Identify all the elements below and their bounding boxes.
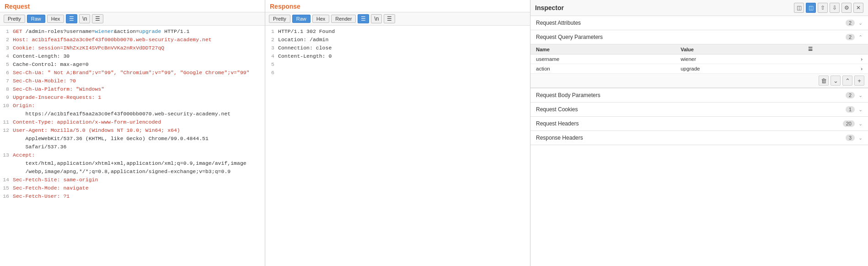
response-hex-btn[interactable]: Hex [312,15,330,23]
line-text: GET /admin-roles?username=wiener&action=… [13,27,190,36]
inspector-expand-btn[interactable]: ⇩ [830,3,840,13]
query-params-table: Name Value ☰ usernamewiener›actionupgrad… [530,44,868,74]
response-raw-btn[interactable]: Raw [292,15,311,23]
row-expand-chevron[interactable]: › [803,64,868,74]
inspector-collapse-btn[interactable]: ⇧ [818,3,828,13]
move-up-btn[interactable]: ⌃ [842,76,852,86]
line-text: Host: ac1b1fea1f5aa2a3c0ef43f000bb0070.w… [13,36,212,44]
request-headers-label: Request Headers [536,120,843,127]
request-line: 12User-Agent: Mozilla/5.0 (Windows NT 10… [0,126,265,135]
request-line: 9Upgrade-Insecure-Requests: 1 [0,93,265,102]
line-number: 2 [265,36,278,44]
line-number: 12 [0,126,13,135]
request-title: Request [0,0,265,12]
response-code-area[interactable]: 1HTTP/1.1 302 Found2Location: /admin3Con… [265,26,530,266]
delete-param-btn[interactable]: 🗑 [819,76,829,86]
request-newline-btn[interactable]: \n [79,14,90,23]
line-text: Sec-Fetch-Mode: navigate [13,184,89,192]
line-text: https://ac1b1fea1f5aa2a3c0ef43f000bb0070… [13,110,230,118]
request-body-params-label: Request Body Parameters [536,92,846,98]
col-action-header: ☰ [803,44,868,54]
request-attributes-section[interactable]: Request Attributes 2 ⌄ [530,16,868,30]
request-code-area[interactable]: 1GET /admin-roles?username=wiener&action… [0,26,265,266]
col-value-header: Value [675,44,803,54]
request-query-params-label: Request Query Parameters [536,34,846,40]
line-text: Connection: close [278,44,332,52]
table-row[interactable]: actionupgrade› [530,64,868,74]
request-line: 1GET /admin-roles?username=wiener&action… [0,27,265,36]
line-number [0,168,13,176]
line-number: 8 [0,85,13,93]
param-value: upgrade [675,64,803,74]
request-headers-section[interactable]: Request Headers 20 ⌄ [530,117,868,131]
request-line: 7Sec-Ch-Ua-Mobile: ?0 [0,77,265,85]
inspector-layout-btn1[interactable]: ◫ [794,3,804,13]
response-format-btn[interactable]: ☰ [358,14,369,23]
request-query-params-count: 2 [846,34,855,40]
request-cookies-label: Request Cookies [536,106,846,113]
request-line: 6Sec-Ch-Ua: " Not A;Brand";v="99", "Chro… [0,69,265,77]
request-line: 14Sec-Fetch-Site: same-origin [0,176,265,184]
line-text: Sec-Ch-Ua-Platform: "Windows" [13,85,104,93]
line-text: Accept: [13,151,38,159]
inspector-layout-btn2[interactable]: ◫ [806,3,816,13]
line-number: 15 [0,184,13,192]
request-line: AppleWebKit/537.36 (KHTML, like Gecko) C… [0,135,265,143]
request-body-params-section[interactable]: Request Body Parameters 2 ⌄ [530,88,868,103]
line-text: Upgrade-Insecure-Requests: 1 [13,93,101,102]
inspector-settings-btn[interactable]: ⚙ [841,3,852,13]
request-line: 16Sec-Fetch-User: ?1 [0,192,265,201]
request-raw-btn[interactable]: Raw [27,15,45,23]
line-number: 16 [0,192,13,201]
response-line: 3Connection: close [265,44,530,52]
line-number: 10 [0,102,13,110]
row-expand-chevron[interactable]: › [803,54,868,64]
line-number: 3 [0,44,13,52]
param-name: username [530,54,675,64]
request-attributes-count: 2 [846,20,855,26]
table-row[interactable]: usernamewiener› [530,54,868,64]
line-text: Sec-Ch-Ua-Mobile: ?0 [13,77,76,85]
request-attributes-chevron: ⌄ [858,20,863,26]
move-down-btn[interactable]: ⌄ [830,76,841,86]
request-line: 2Host: ac1b1fea1f5aa2a3c0ef43f000bb0070.… [0,36,265,44]
request-panel: Request Pretty Raw Hex ☰ \n ☰ 1GET /admi… [0,0,265,266]
request-line: text/html,application/xhtml+xml,applicat… [0,159,265,168]
response-pretty-btn[interactable]: Pretty [269,15,290,23]
line-text: Safari/537.36 [13,143,66,151]
request-line: 5Cache-Control: max-age=0 [0,60,265,69]
request-pretty-btn[interactable]: Pretty [4,15,25,23]
line-text: AppleWebKit/537.36 (KHTML, like Gecko) C… [13,135,209,143]
line-number: 13 [0,151,13,159]
line-number [0,110,13,118]
add-param-btn[interactable]: + [854,76,864,86]
request-cookies-count: 1 [846,106,855,113]
response-line: 6 [265,69,530,77]
line-number: 3 [265,44,278,52]
request-cookies-section[interactable]: Request Cookies 1 ⌄ [530,103,868,117]
response-menu-btn[interactable]: ☰ [384,14,395,23]
col-name-header: Name [530,44,675,54]
request-line: 10Origin: [0,102,265,110]
line-text: Content-Length: 0 [278,52,332,60]
line-text: Content-Type: application/x-www-form-url… [13,118,161,126]
request-line: Safari/537.36 [0,143,265,151]
line-text: Sec-Fetch-User: ?1 [13,192,70,201]
response-headers-label: Response Headers [536,135,846,141]
response-headers-section[interactable]: Response Headers 3 ⌄ [530,131,868,145]
param-name: action [530,64,675,74]
request-line: 4Content-Length: 30 [0,52,265,60]
request-headers-count: 20 [843,120,855,127]
inspector-close-btn[interactable]: ✕ [853,3,863,13]
response-newline-btn[interactable]: \n [371,14,382,23]
request-query-params-header[interactable]: Request Query Parameters 2 ⌃ [530,30,868,44]
line-text: /webp,image/apng,*/*;q=0.8,application/s… [13,168,230,176]
request-menu-btn[interactable]: ☰ [92,14,103,23]
line-text: Origin: [13,102,38,110]
line-text: HTTP/1.1 302 Found [278,27,335,36]
line-number [0,159,13,168]
request-attributes-label: Request Attributes [536,20,846,26]
request-hex-btn[interactable]: Hex [47,15,64,23]
request-format-btn[interactable]: ☰ [66,14,77,23]
response-render-btn[interactable]: Render [331,15,356,23]
